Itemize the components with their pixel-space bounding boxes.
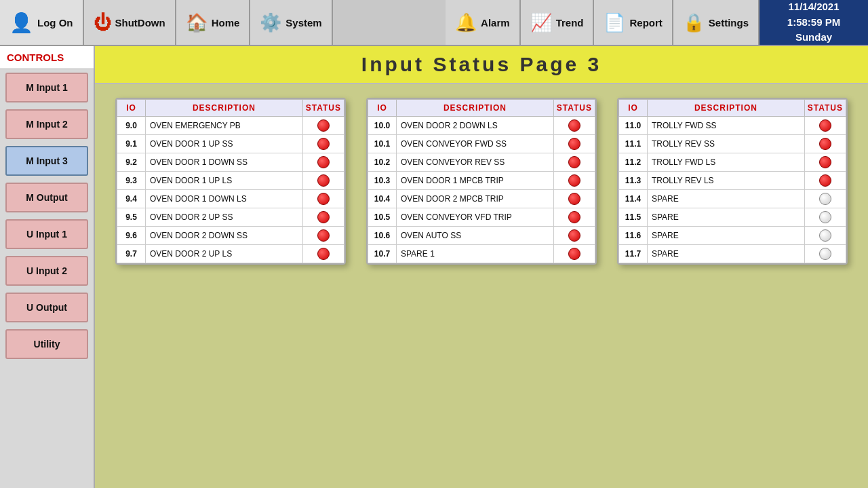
sidebar-item-uinput1[interactable]: U Input 1 — [5, 219, 88, 249]
home-button[interactable]: 🏠 Home — [176, 0, 251, 45]
desc-cell: OVEN CONVEYOR VFD TRIP — [397, 208, 554, 227]
report-label: Report — [629, 17, 662, 29]
sidebar-item-uoutput[interactable]: U Output — [5, 293, 88, 322]
trend-icon: 📈 — [530, 12, 552, 33]
table1-col-status: STATUS — [302, 100, 344, 117]
table-row: 9.6OVEN DOOR 2 DOWN SS — [117, 227, 344, 245]
alarm-icon: 🔔 — [455, 12, 477, 33]
controls-label: CONTROLS — [0, 46, 94, 69]
table-row: 10.3OVEN DOOR 1 MPCB TRIP — [368, 172, 595, 190]
sidebar-item-minput3[interactable]: M Input 3 — [5, 146, 88, 176]
status-cell — [302, 245, 344, 263]
table-row: 11.3TROLLY REV LS — [619, 172, 846, 190]
status-dot — [568, 156, 580, 168]
status-dot — [317, 119, 330, 132]
settings-button[interactable]: 🔒 Settings — [673, 0, 760, 45]
toolbar: 👤 Log On ⏻ ShutDown 🏠 Home ⚙️ System 🔔 A… — [0, 0, 868, 46]
io-cell: 9.2 — [117, 153, 146, 172]
io-table-1: IO DESCRIPTION STATUS 9.0OVEN EMERGENCY … — [115, 98, 346, 265]
desc-cell: OVEN DOOR 1 DOWN LS — [146, 190, 303, 208]
status-dot — [819, 138, 831, 150]
status-cell — [804, 153, 846, 172]
status-cell — [553, 172, 595, 190]
desc-cell: SPARE — [648, 208, 805, 227]
io-cell: 10.2 — [368, 153, 397, 172]
alarm-button[interactable]: 🔔 Alarm — [446, 0, 521, 45]
datetime-day: Sunday — [787, 30, 840, 45]
status-cell — [804, 227, 846, 245]
page-title: Input Status Page 3 — [95, 46, 868, 84]
trend-button[interactable]: 📈 Trend — [521, 0, 595, 45]
io-cell: 11.2 — [619, 153, 648, 172]
sidebar-item-moutput[interactable]: M Output — [5, 183, 88, 212]
datetime-date: 11/14/2021 — [787, 0, 840, 15]
io-cell: 11.6 — [619, 227, 648, 245]
status-dot — [568, 248, 580, 260]
status-dot — [317, 193, 330, 205]
system-button[interactable]: ⚙️ System — [250, 0, 332, 45]
table-row: 11.7SPARE — [619, 245, 846, 263]
desc-cell: OVEN DOOR 2 DOWN SS — [146, 227, 303, 245]
table-row: 9.1OVEN DOOR 1 UP SS — [117, 135, 344, 153]
desc-cell: OVEN DOOR 1 UP SS — [146, 135, 303, 153]
desc-cell: SPARE 1 — [397, 245, 554, 263]
status-dot — [568, 229, 580, 242]
io-cell: 11.0 — [619, 117, 648, 135]
status-cell — [553, 117, 595, 135]
status-dot — [568, 174, 580, 187]
status-cell — [302, 227, 344, 245]
table2-col-status: STATUS — [553, 100, 595, 117]
status-dot — [317, 248, 330, 260]
table3-col-status: STATUS — [804, 100, 846, 117]
table-row: 9.2OVEN DOOR 1 DOWN SS — [117, 153, 344, 172]
sidebar-item-utility[interactable]: Utility — [5, 329, 88, 359]
sidebar-item-minput2[interactable]: M Input 2 — [5, 109, 88, 139]
desc-cell: OVEN CONVEYOR FWD SS — [397, 135, 554, 153]
status-dot — [819, 229, 831, 242]
io-cell: 9.5 — [117, 208, 146, 227]
table-row: 10.1OVEN CONVEYOR FWD SS — [368, 135, 595, 153]
table-row: 9.3OVEN DOOR 1 UP LS — [117, 172, 344, 190]
desc-cell: OVEN DOOR 2 UP LS — [146, 245, 303, 263]
status-cell — [553, 190, 595, 208]
desc-cell: OVEN DOOR 1 MPCB TRIP — [397, 172, 554, 190]
shutdown-button[interactable]: ⏻ ShutDown — [84, 0, 176, 45]
table-row: 9.0OVEN EMERGENCY PB — [117, 117, 344, 135]
table3-col-io: IO — [619, 100, 648, 117]
status-dot — [819, 193, 831, 205]
status-dot — [819, 211, 831, 223]
io-cell: 10.3 — [368, 172, 397, 190]
home-icon: 🏠 — [186, 12, 208, 33]
sidebar-item-uinput2[interactable]: U Input 2 — [5, 256, 88, 286]
report-button[interactable]: 📄 Report — [594, 0, 673, 45]
status-cell — [804, 135, 846, 153]
status-dot — [819, 248, 831, 260]
status-cell — [302, 208, 344, 227]
status-cell — [553, 135, 595, 153]
system-label: System — [285, 17, 321, 29]
status-cell — [804, 208, 846, 227]
table-row: 9.5OVEN DOOR 2 UP SS — [117, 208, 344, 227]
datetime-display: 11/14/2021 1:58:59 PM Sunday — [760, 0, 868, 45]
io-cell: 9.7 — [117, 245, 146, 263]
status-cell — [302, 135, 344, 153]
sidebar-item-minput1[interactable]: M Input 1 — [5, 73, 88, 102]
desc-cell: TROLLY FWD LS — [648, 153, 805, 172]
io-cell: 9.0 — [117, 117, 146, 135]
status-cell — [553, 208, 595, 227]
status-cell — [804, 190, 846, 208]
io-cell: 10.0 — [368, 117, 397, 135]
status-cell — [553, 153, 595, 172]
table-row: 11.6SPARE — [619, 227, 846, 245]
status-dot — [568, 119, 580, 132]
io-cell: 10.1 — [368, 135, 397, 153]
table-row: 11.0TROLLY FWD SS — [619, 117, 846, 135]
table-row: 10.0OVEN DOOR 2 DOWN LS — [368, 117, 595, 135]
desc-cell: TROLLY FWD SS — [648, 117, 805, 135]
io-cell: 9.1 — [117, 135, 146, 153]
table-row: 9.7OVEN DOOR 2 UP LS — [117, 245, 344, 263]
logon-button[interactable]: 👤 Log On — [0, 0, 84, 45]
trend-label: Trend — [556, 17, 584, 29]
desc-cell: OVEN EMERGENCY PB — [146, 117, 303, 135]
table-row: 10.7SPARE 1 — [368, 245, 595, 263]
